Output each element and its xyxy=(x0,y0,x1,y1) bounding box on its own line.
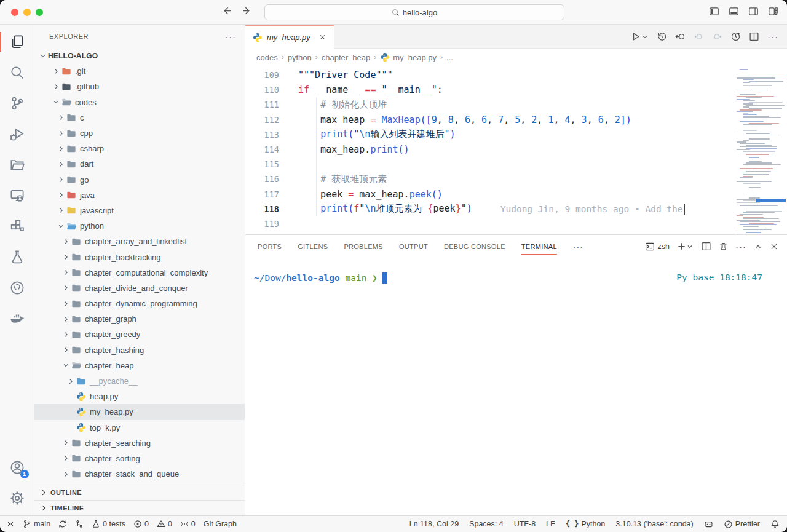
close-window-button[interactable] xyxy=(11,9,18,16)
split-editor-icon[interactable] xyxy=(749,31,759,42)
panel-tab-problems[interactable]: PROBLEMS xyxy=(344,235,383,258)
close-panel-icon[interactable] xyxy=(770,242,778,251)
tree-item-__pycache__[interactable]: __pycache__ xyxy=(34,373,245,389)
status-eol[interactable]: LF xyxy=(546,520,555,528)
toggle-secondary-sidebar-icon[interactable] xyxy=(748,6,759,17)
navigate-back-icon[interactable] xyxy=(221,6,232,16)
tree-item-chapter_computational_complexity[interactable]: chapter_computational_complexity xyxy=(34,265,245,280)
code-line-119[interactable]: 119 xyxy=(245,216,787,231)
maximize-panel-icon[interactable] xyxy=(754,242,762,251)
tree-item-chapter_sorting[interactable]: chapter_sorting xyxy=(34,451,245,466)
code-line-118[interactable]: 118 print(f"\n堆顶元素为 {peek}")Yudong Jin, … xyxy=(245,202,787,216)
close-tab-icon[interactable] xyxy=(318,33,326,41)
tree-root[interactable]: HELLO-ALGO xyxy=(34,48,245,63)
status-git-branch[interactable]: main xyxy=(23,520,50,528)
toggle-sidebar-icon[interactable] xyxy=(709,6,719,17)
timeline-icon[interactable] xyxy=(730,31,741,42)
run-python-file-button[interactable] xyxy=(630,31,649,42)
kill-terminal-icon[interactable] xyxy=(719,242,728,251)
activity-explorer-icon[interactable] xyxy=(0,28,34,55)
breadcrumb-item[interactable]: my_heap.py xyxy=(380,52,437,62)
status-indentation[interactable]: Spaces: 4 xyxy=(469,520,504,528)
activity-search-icon[interactable] xyxy=(0,59,34,86)
open-changes-icon[interactable] xyxy=(675,31,686,42)
status-tests[interactable]: 0 tests xyxy=(92,520,125,528)
status-git-graph[interactable]: Git Graph xyxy=(204,520,237,528)
activity-source-control-icon[interactable] xyxy=(0,90,34,117)
minimize-window-button[interactable] xyxy=(23,9,31,16)
tree-item-python[interactable]: python xyxy=(34,218,245,234)
tree-item-my_heap.py[interactable]: my_heap.py xyxy=(34,404,245,419)
tree-item-chapter_stack_and_queue[interactable]: chapter_stack_and_queue xyxy=(34,466,245,482)
tree-item-chapter_searching[interactable]: chapter_searching xyxy=(34,435,245,451)
panel-tab-output[interactable]: OUTPUT xyxy=(399,235,428,258)
status-git-graph-icon[interactable] xyxy=(75,520,84,528)
tree-item-chapter_hashing[interactable]: chapter_hashing xyxy=(34,343,245,358)
new-terminal-icon[interactable] xyxy=(677,242,694,251)
status-python-interpreter[interactable]: 3.10.13 ('base': conda) xyxy=(615,520,693,528)
minimap[interactable] xyxy=(734,69,786,234)
more-actions-icon[interactable]: ··· xyxy=(767,31,778,42)
activity-run-debug-icon[interactable] xyxy=(0,121,34,148)
activity-extensions-icon[interactable] xyxy=(0,213,34,240)
tree-item-chapter_array_and_linkedlist[interactable]: chapter_array_and_linkedlist xyxy=(34,234,245,249)
status-language-mode[interactable]: { } Python xyxy=(566,520,606,528)
status-copilot[interactable] xyxy=(704,520,713,529)
code-line-111[interactable]: 111 # 初始化大顶堆 xyxy=(245,97,787,112)
tree-item-chapter_backtracking[interactable]: chapter_backtracking xyxy=(34,249,245,264)
status-cursor-position[interactable]: Ln 118, Col 29 xyxy=(409,520,459,528)
status-warnings[interactable]: 0 xyxy=(157,520,172,528)
tree-item-chapter_dynamic_programming[interactable]: chapter_dynamic_programming xyxy=(34,296,245,311)
tree-item-go[interactable]: go xyxy=(34,172,245,188)
activity-accounts-icon[interactable]: 1 xyxy=(0,454,34,481)
section-timeline[interactable]: TIMELINE xyxy=(34,500,245,515)
activity-testing-icon[interactable] xyxy=(0,244,34,271)
section-outline[interactable]: OUTLINE xyxy=(34,485,245,500)
explorer-more-actions-icon[interactable]: ··· xyxy=(225,31,236,42)
tree-item-java[interactable]: java xyxy=(34,188,245,203)
tree-item-.git[interactable]: .git xyxy=(34,63,245,79)
tree-item-chapter_graph[interactable]: chapter_graph xyxy=(34,311,245,327)
zoom-window-button[interactable] xyxy=(36,9,43,16)
tree-item-c[interactable]: c xyxy=(34,110,245,125)
split-terminal-icon[interactable] xyxy=(701,241,711,252)
code-line-113[interactable]: 113 print("\n输入列表并建堆后") xyxy=(245,127,787,142)
panel-more-tabs-icon[interactable]: ··· xyxy=(573,242,583,252)
activity-settings-icon[interactable] xyxy=(0,485,34,512)
code-line-114[interactable]: 114 max_heap.print() xyxy=(245,142,787,157)
customize-layout-icon[interactable] xyxy=(768,6,778,17)
panel-tab-gitlens[interactable]: GITLENS xyxy=(298,235,328,258)
tree-item-heap.py[interactable]: heap.py xyxy=(34,389,245,404)
command-center-search[interactable]: hello-algo xyxy=(264,4,564,20)
tree-item-cpp[interactable]: cpp xyxy=(34,125,245,141)
code-line-116[interactable]: 116 # 获取堆顶元素 xyxy=(245,172,787,186)
status-encoding[interactable]: UTF-8 xyxy=(514,520,536,528)
navigate-forward-icon[interactable] xyxy=(242,6,252,16)
tree-item-csharp[interactable]: csharp xyxy=(34,141,245,156)
panel-tab-terminal[interactable]: TERMINAL xyxy=(521,235,557,258)
tree-item-chapter_greedy[interactable]: chapter_greedy xyxy=(34,327,245,342)
activity-open-folder-icon[interactable] xyxy=(0,151,34,178)
tree-item-top_k.py[interactable]: top_k.py xyxy=(34,420,245,435)
panel-tab-debug-console[interactable]: DEBUG CONSOLE xyxy=(444,235,505,258)
status-errors[interactable]: 0 xyxy=(133,520,149,528)
tree-item-codes[interactable]: codes xyxy=(34,95,245,110)
code-line-112[interactable]: 112 max_heap = MaxHeap([9, 8, 6, 6, 7, 5… xyxy=(245,113,787,127)
tree-item-chapter_divide_and_conquer[interactable]: chapter_divide_and_conquer xyxy=(34,280,245,296)
code-line-115[interactable]: 115 xyxy=(245,157,787,172)
breadcrumb-item[interactable]: python xyxy=(288,53,312,62)
tree-item-.github[interactable]: .github xyxy=(34,79,245,94)
file-history-icon[interactable] xyxy=(657,31,667,42)
panel-tab-ports[interactable]: PORTS xyxy=(258,235,282,258)
status-sync[interactable] xyxy=(58,520,67,528)
code-editor[interactable]: 109"""Driver Code"""110if __name__ == "_… xyxy=(245,66,787,234)
tab-my-heap[interactable]: my_heap.py xyxy=(245,25,334,49)
code-line-117[interactable]: 117 peek = max_heap.peek() xyxy=(245,187,787,202)
terminal[interactable]: ~/Dow/hello-algo main ❯ Py base 18:18:47 xyxy=(245,258,787,515)
activity-remote-explorer-icon[interactable] xyxy=(0,182,34,209)
shell-selector[interactable]: zsh xyxy=(645,242,670,252)
tree-item-dart[interactable]: dart xyxy=(34,156,245,172)
breadcrumb-item[interactable]: codes xyxy=(256,53,278,62)
tree-item-chapter_heap[interactable]: chapter_heap xyxy=(34,358,245,373)
status-remote-indicator[interactable] xyxy=(6,520,15,528)
